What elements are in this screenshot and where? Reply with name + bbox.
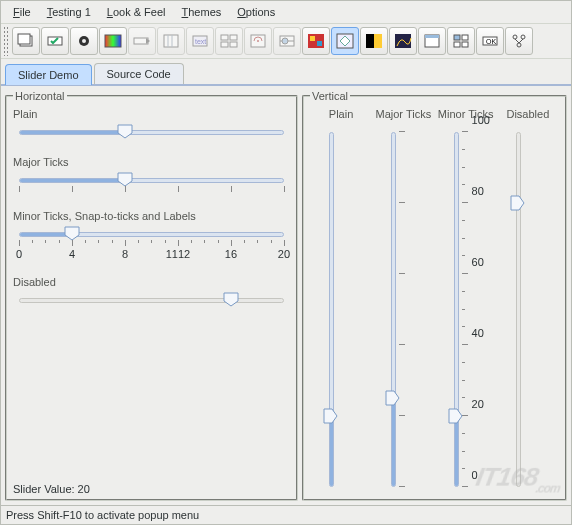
v-plain-slider[interactable] <box>321 126 361 493</box>
horizontal-group: Horizontal PlainMajor TicksMinor Ticks, … <box>5 90 298 501</box>
svg-line-40 <box>519 39 523 43</box>
svg-rect-32 <box>454 42 460 47</box>
statusbar: Press Shift-F10 to activate popup menu <box>1 505 571 524</box>
v-major-label: Major Ticks <box>376 108 432 120</box>
toolbar-button-0[interactable] <box>12 27 40 55</box>
svg-text:OK: OK <box>486 38 496 45</box>
h-minor-thumb[interactable] <box>64 226 80 241</box>
svg-rect-26 <box>374 34 382 48</box>
svg-rect-14 <box>221 42 228 47</box>
vertical-group: Vertical PlainMajor TicksMinor Ticks0204… <box>302 90 567 501</box>
toolbar: textOK <box>1 23 571 59</box>
tab-slider-demo[interactable]: Slider Demo <box>5 64 92 85</box>
h-plain-slider[interactable] <box>13 124 290 146</box>
toolbar-button-16[interactable]: OK <box>476 27 504 55</box>
menu-look-feel[interactable]: Look & Feel <box>99 3 174 21</box>
h-major-label: Major Ticks <box>13 156 290 168</box>
tabbar: Slider Demo Source Code <box>1 59 571 86</box>
svg-rect-7 <box>164 35 178 47</box>
svg-point-37 <box>521 35 525 39</box>
toolbar-button-4[interactable] <box>128 27 156 55</box>
toolbar-button-10[interactable] <box>302 27 330 55</box>
svg-rect-22 <box>310 36 315 41</box>
h-minor-slider[interactable]: 04811121620 <box>13 226 290 266</box>
menu-themes[interactable]: Themes <box>174 3 230 21</box>
v-disabled-slider <box>508 126 548 493</box>
svg-rect-13 <box>230 35 237 40</box>
toolbar-button-12[interactable] <box>360 27 388 55</box>
v-major-thumb[interactable] <box>385 390 400 406</box>
vertical-legend: Vertical <box>310 90 350 102</box>
slider-value-label: Slider Value: 20 <box>13 483 90 495</box>
toolbar-button-8[interactable] <box>244 27 272 55</box>
toolbar-button-17[interactable] <box>505 27 533 55</box>
v-plain-label: Plain <box>329 108 353 120</box>
toolbar-button-7[interactable] <box>215 27 243 55</box>
toolbar-button-13[interactable] <box>389 27 417 55</box>
svg-point-36 <box>513 35 517 39</box>
v-minor-thumb[interactable] <box>448 408 463 424</box>
toolbar-button-6[interactable]: text <box>186 27 214 55</box>
svg-rect-30 <box>454 35 460 40</box>
menu-file[interactable]: File <box>5 3 39 21</box>
svg-rect-33 <box>462 42 468 47</box>
svg-text:text: text <box>195 38 206 45</box>
v-plain-thumb[interactable] <box>323 408 338 424</box>
svg-rect-6 <box>134 38 148 44</box>
menu-options[interactable]: Options <box>229 3 283 21</box>
toolbar-button-11[interactable] <box>331 27 359 55</box>
v-disabled-label: Disabled <box>506 108 549 120</box>
v-major-slider[interactable] <box>383 126 423 493</box>
content-area: Horizontal PlainMajor TicksMinor Ticks, … <box>1 86 571 505</box>
menubar: FileTesting 1Look & FeelThemesOptions <box>1 1 571 23</box>
toolbar-button-1[interactable] <box>41 27 69 55</box>
svg-point-4 <box>82 39 86 43</box>
svg-rect-31 <box>462 35 468 40</box>
h-major-slider[interactable] <box>13 172 290 200</box>
h-plain-label: Plain <box>13 108 290 120</box>
v-disabled-thumb <box>510 195 525 211</box>
svg-rect-29 <box>425 35 439 38</box>
svg-point-17 <box>257 40 259 42</box>
v-minor-slider[interactable]: 020406080100 <box>446 126 486 493</box>
svg-rect-15 <box>230 42 237 47</box>
toolbar-button-3[interactable] <box>99 27 127 55</box>
menu-testing-1[interactable]: Testing 1 <box>39 3 99 21</box>
tab-source-code[interactable]: Source Code <box>94 63 184 84</box>
svg-rect-12 <box>221 35 228 40</box>
h-disabled-thumb <box>223 292 239 307</box>
h-major-thumb[interactable] <box>117 172 133 187</box>
svg-rect-5 <box>105 35 121 47</box>
toolbar-button-2[interactable] <box>70 27 98 55</box>
toolbar-button-14[interactable] <box>418 27 446 55</box>
svg-line-39 <box>515 39 519 43</box>
h-disabled-label: Disabled <box>13 276 290 288</box>
toolbar-button-15[interactable] <box>447 27 475 55</box>
toolbar-button-5[interactable] <box>157 27 185 55</box>
svg-point-20 <box>282 38 288 44</box>
svg-rect-1 <box>18 34 30 44</box>
toolbar-button-9[interactable] <box>273 27 301 55</box>
h-plain-thumb[interactable] <box>117 124 133 139</box>
h-minor-label: Minor Ticks, Snap-to-ticks and Labels <box>13 210 290 222</box>
svg-point-38 <box>517 43 521 47</box>
svg-rect-23 <box>317 41 322 46</box>
horizontal-legend: Horizontal <box>13 90 67 102</box>
toolbar-grip[interactable] <box>3 26 9 56</box>
h-disabled-slider <box>13 292 290 314</box>
